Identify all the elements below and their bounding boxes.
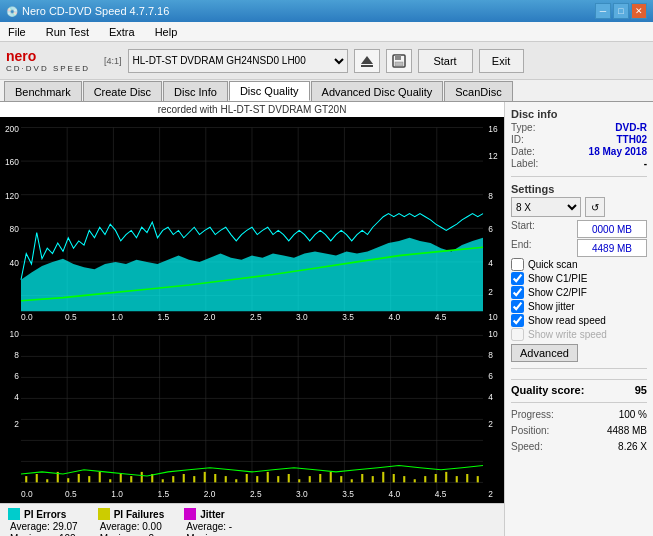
start-mb-row: Start: xyxy=(511,220,647,238)
disc-type-row: Type: DVD-R xyxy=(511,122,647,133)
disc-info-section: Disc info Type: DVD-R ID: TTH02 Date: 18… xyxy=(511,108,647,170)
tab-scan-disc[interactable]: ScanDisc xyxy=(444,81,512,101)
logo-text: nero xyxy=(6,48,90,64)
svg-text:120: 120 xyxy=(5,191,19,201)
svg-text:10: 10 xyxy=(488,329,498,339)
disc-label-value: - xyxy=(644,158,647,169)
svg-text:12: 12 xyxy=(488,151,498,161)
show-read-speed-row: Show read speed xyxy=(511,314,647,327)
jitter-color xyxy=(184,508,196,520)
svg-text:10: 10 xyxy=(10,329,20,339)
show-jitter-checkbox[interactable] xyxy=(511,300,524,313)
title-text: Nero CD-DVD Speed 4.7.7.16 xyxy=(22,5,169,17)
disc-id-row: ID: TTH02 xyxy=(511,134,647,145)
svg-text:6: 6 xyxy=(488,371,493,381)
menu-bar: File Run Test Extra Help xyxy=(0,22,653,42)
menu-extra[interactable]: Extra xyxy=(105,24,139,40)
svg-text:2.0: 2.0 xyxy=(204,489,216,499)
tab-benchmark[interactable]: Benchmark xyxy=(4,81,82,101)
svg-text:4.0: 4.0 xyxy=(389,312,401,322)
svg-text:8: 8 xyxy=(488,191,493,201)
tabs: Benchmark Create Disc Disc Info Disc Qua… xyxy=(0,80,653,102)
disc-type-value: DVD-R xyxy=(615,122,647,133)
quick-scan-checkbox[interactable] xyxy=(511,258,524,271)
start-input[interactable] xyxy=(577,220,647,238)
pi-failures-avg: Average: 0.00 xyxy=(98,521,165,532)
svg-text:40: 40 xyxy=(10,258,20,268)
svg-text:3.5: 3.5 xyxy=(342,489,354,499)
drive-select[interactable]: HL-DT-ST DVDRAM GH24NSD0 LH00 xyxy=(128,49,348,73)
progress-label: Progress: xyxy=(511,409,554,420)
svg-text:200: 200 xyxy=(5,124,19,134)
advanced-button[interactable]: Advanced xyxy=(511,344,578,362)
show-write-speed-checkbox xyxy=(511,328,524,341)
eject-icon-btn[interactable] xyxy=(354,49,380,73)
svg-text:2.0: 2.0 xyxy=(204,312,216,322)
speed-row: Speed: 8.26 X xyxy=(511,441,647,452)
quick-scan-label: Quick scan xyxy=(528,259,577,270)
svg-text:1.0: 1.0 xyxy=(111,489,123,499)
show-read-speed-label: Show read speed xyxy=(528,315,606,326)
tab-disc-quality[interactable]: Disc Quality xyxy=(229,81,310,101)
quality-score-label: Quality score: xyxy=(511,384,584,396)
position-row: Position: 4488 MB xyxy=(511,425,647,436)
disc-date-row: Date: 18 May 2018 xyxy=(511,146,647,157)
legend-pi-errors: PI Errors Average: 29.07 Maximum: 102 To… xyxy=(8,508,78,536)
settings-title: Settings xyxy=(511,183,647,195)
svg-text:16: 16 xyxy=(488,124,498,134)
svg-text:10: 10 xyxy=(488,312,498,322)
svg-rect-1 xyxy=(361,65,373,67)
svg-text:6: 6 xyxy=(488,224,493,234)
jitter-label: Jitter xyxy=(200,509,224,520)
menu-run-test[interactable]: Run Test xyxy=(42,24,93,40)
show-c2-pif-checkbox[interactable] xyxy=(511,286,524,299)
divider-2 xyxy=(511,368,647,369)
chart-area: recorded with HL-DT-ST DVDRAM GT20N xyxy=(0,102,505,536)
progress-row: Progress: 100 % xyxy=(511,409,647,420)
show-c1-pie-checkbox[interactable] xyxy=(511,272,524,285)
save-icon-btn[interactable] xyxy=(386,49,412,73)
drive-prefix: [4:1] xyxy=(104,56,122,66)
tab-advanced-disc-quality[interactable]: Advanced Disc Quality xyxy=(311,81,444,101)
svg-text:2: 2 xyxy=(488,287,493,297)
disc-date-value: 18 May 2018 xyxy=(589,146,647,157)
charts-wrapper: 200 160 120 80 40 16 12 8 6 4 2 xyxy=(0,117,504,503)
minimize-button[interactable]: ─ xyxy=(595,3,611,19)
settings-refresh-btn[interactable]: ↺ xyxy=(585,197,605,217)
tab-create-disc[interactable]: Create Disc xyxy=(83,81,162,101)
start-button[interactable]: Start xyxy=(418,49,473,73)
speed-select[interactable]: 4 X8 X12 X16 X xyxy=(511,197,581,217)
menu-file[interactable]: File xyxy=(4,24,30,40)
pi-failures-label: PI Failures xyxy=(114,509,165,520)
disc-label-label: Label: xyxy=(511,158,538,169)
close-button[interactable]: ✕ xyxy=(631,3,647,19)
chart-title: recorded with HL-DT-ST DVDRAM GT20N xyxy=(0,102,504,117)
title-bar-left: 💿 Nero CD-DVD Speed 4.7.7.16 xyxy=(6,5,169,17)
svg-text:4: 4 xyxy=(488,258,493,268)
position-value: 4488 MB xyxy=(607,425,647,436)
exit-button[interactable]: Exit xyxy=(479,49,524,73)
svg-text:0.5: 0.5 xyxy=(65,489,77,499)
position-label: Position: xyxy=(511,425,549,436)
show-jitter-row: Show jitter xyxy=(511,300,647,313)
svg-rect-3 xyxy=(395,55,401,60)
svg-text:2: 2 xyxy=(14,419,19,429)
menu-help[interactable]: Help xyxy=(151,24,182,40)
svg-text:8: 8 xyxy=(14,350,19,360)
svg-text:4: 4 xyxy=(14,392,19,402)
end-input[interactable] xyxy=(577,239,647,257)
show-c2-pif-row: Show C2/PIF xyxy=(511,286,647,299)
speed-label: Speed: xyxy=(511,441,543,452)
svg-text:8: 8 xyxy=(488,350,493,360)
toolbar: nero CD·DVD SPEED [4:1] HL-DT-ST DVDRAM … xyxy=(0,42,653,80)
legend-pi-failures: PI Failures Average: 0.00 Maximum: 2 Tot… xyxy=(98,508,165,536)
maximize-button[interactable]: □ xyxy=(613,3,629,19)
tab-disc-info[interactable]: Disc Info xyxy=(163,81,228,101)
legend-jitter: Jitter Average: - Maximum: - PO failures… xyxy=(184,508,244,536)
show-read-speed-checkbox[interactable] xyxy=(511,314,524,327)
logo-sub: CD·DVD SPEED xyxy=(6,64,90,73)
disc-label-row: Label: - xyxy=(511,158,647,169)
show-write-speed-row: Show write speed xyxy=(511,328,647,341)
svg-text:3.0: 3.0 xyxy=(296,489,308,499)
end-label: End: xyxy=(511,239,532,257)
